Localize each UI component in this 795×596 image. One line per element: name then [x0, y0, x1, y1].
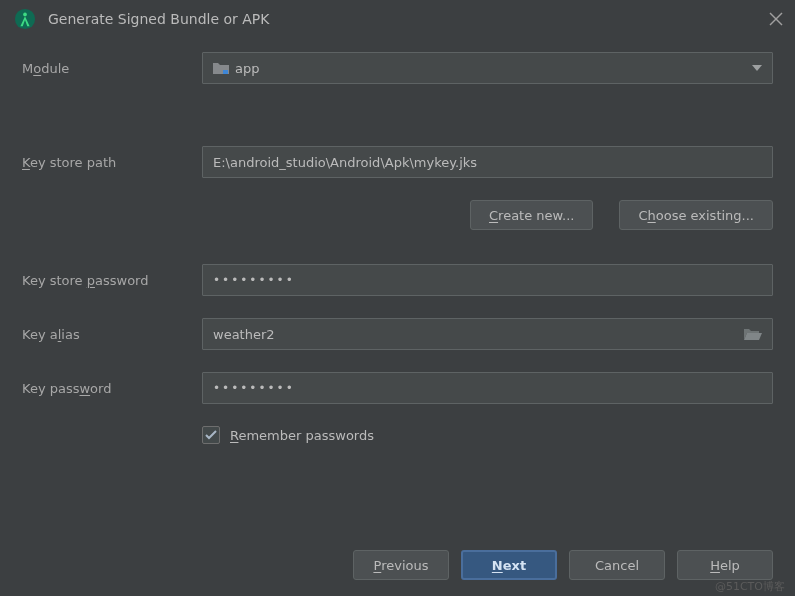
svg-point-1 — [23, 13, 27, 17]
cancel-button[interactable]: Cancel — [569, 550, 665, 580]
key-alias-label: Key alias — [22, 327, 202, 342]
android-studio-icon — [14, 8, 36, 30]
module-folder-icon — [213, 61, 229, 75]
module-value: app — [235, 61, 259, 76]
create-new-button[interactable]: Create new... — [470, 200, 593, 230]
module-combobox[interactable]: app — [202, 52, 773, 84]
keystore-path-input[interactable]: E:\android_studio\Android\Apk\mykey.jks — [202, 146, 773, 178]
window-title: Generate Signed Bundle or APK — [48, 11, 769, 27]
help-button[interactable]: Help — [677, 550, 773, 580]
title-bar: Generate Signed Bundle or APK — [0, 0, 795, 42]
remember-passwords-checkbox[interactable] — [202, 426, 220, 444]
module-label: Module — [22, 61, 202, 76]
next-button[interactable]: Next — [461, 550, 557, 580]
open-folder-icon[interactable] — [744, 327, 762, 341]
choose-existing-button[interactable]: Choose existing... — [619, 200, 773, 230]
remember-passwords-label: Remember passwords — [230, 428, 374, 443]
dialog-footer: Previous Next Cancel Help — [0, 538, 795, 596]
close-icon[interactable] — [769, 12, 783, 26]
keystore-password-label: Key store password — [22, 273, 202, 288]
key-password-label: Key password — [22, 381, 202, 396]
chevron-down-icon — [752, 65, 762, 71]
key-password-input[interactable]: ••••••••• — [202, 372, 773, 404]
svg-rect-4 — [223, 70, 228, 74]
keystore-path-label: Key store path — [22, 155, 202, 170]
check-icon — [205, 430, 217, 440]
keystore-password-input[interactable]: ••••••••• — [202, 264, 773, 296]
previous-button[interactable]: Previous — [353, 550, 449, 580]
key-alias-input[interactable]: weather2 — [202, 318, 773, 350]
